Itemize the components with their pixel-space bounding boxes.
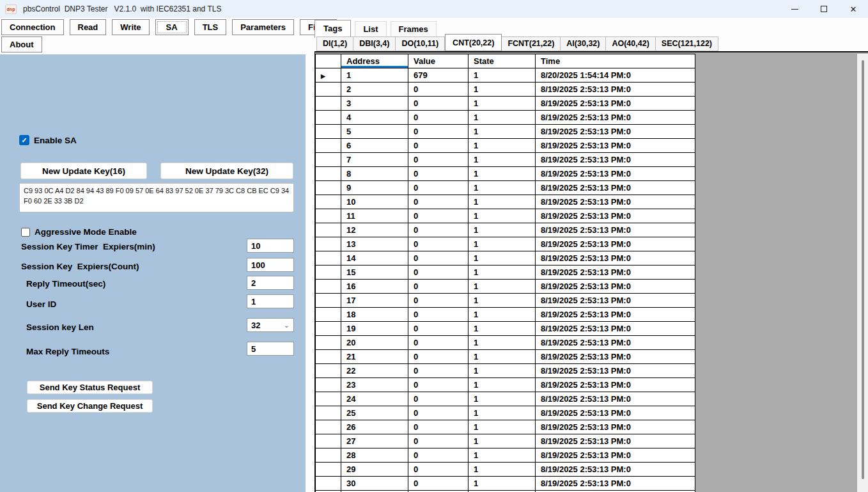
row-header-cell[interactable] <box>316 167 341 181</box>
cell-time[interactable]: 8/19/2025 2:53:13 PM:0 <box>536 477 695 491</box>
vertical-scrollbar[interactable] <box>857 54 868 492</box>
cell-value[interactable]: 0 <box>408 420 469 434</box>
cell-value[interactable]: 0 <box>408 477 469 491</box>
cell-time[interactable]: 8/19/2025 2:53:13 PM:0 <box>536 167 695 181</box>
column-header-value[interactable]: Value <box>408 54 469 68</box>
row-header-cell[interactable] <box>316 336 341 350</box>
cell-address[interactable]: 7 <box>341 153 408 167</box>
row-header-cell[interactable] <box>316 392 341 406</box>
row-header-cell[interactable] <box>316 237 341 251</box>
cell-state[interactable]: 1 <box>469 266 536 280</box>
cell-state[interactable]: 1 <box>469 68 536 83</box>
cell-address[interactable]: 1 <box>341 68 408 83</box>
cell-address[interactable]: 12 <box>341 223 408 237</box>
cell-address[interactable]: 18 <box>341 308 408 322</box>
send-key-status-request-button[interactable]: Send Key Status Request <box>27 381 153 394</box>
cell-time[interactable]: 8/19/2025 2:53:13 PM:0 <box>536 153 695 167</box>
maximize-button[interactable] <box>809 0 839 18</box>
tab-ai[interactable]: AI(30,32) <box>561 36 606 51</box>
cell-time[interactable]: 8/19/2025 2:53:13 PM:0 <box>536 195 695 209</box>
cell-time[interactable]: 8/19/2025 2:53:13 PM:0 <box>536 392 695 406</box>
row-header-cell[interactable] <box>316 420 341 434</box>
cell-state[interactable]: 1 <box>469 280 536 294</box>
cell-state[interactable]: 1 <box>469 364 536 378</box>
row-header-cell[interactable] <box>316 434 341 448</box>
cell-address[interactable]: 29 <box>341 463 408 477</box>
row-header-cell[interactable] <box>316 153 341 167</box>
cell-value[interactable]: 0 <box>408 181 469 195</box>
cell-address[interactable]: 23 <box>341 378 408 392</box>
cell-state[interactable]: 1 <box>469 434 536 448</box>
cell-state[interactable]: 1 <box>469 350 536 364</box>
cell-value[interactable]: 0 <box>408 434 469 448</box>
cell-value[interactable]: 0 <box>408 406 469 420</box>
cell-state[interactable]: 1 <box>469 251 536 266</box>
cell-time[interactable]: 8/19/2025 2:53:13 PM:0 <box>536 237 695 251</box>
cell-state[interactable]: 1 <box>469 111 536 125</box>
row-header-cell[interactable] <box>316 111 341 125</box>
cell-value[interactable]: 0 <box>408 336 469 350</box>
cell-time[interactable]: 8/19/2025 2:53:13 PM:0 <box>536 139 695 153</box>
cell-state[interactable]: 1 <box>469 83 536 97</box>
cell-value[interactable]: 0 <box>408 251 469 266</box>
cell-state[interactable]: 1 <box>469 125 536 139</box>
session-key-timer-input[interactable]: 10 <box>247 239 294 253</box>
session-key-len-select[interactable]: 32 ⌄ <box>247 318 294 332</box>
cell-value[interactable]: 0 <box>408 280 469 294</box>
cell-value[interactable]: 0 <box>408 463 469 477</box>
cell-time[interactable]: 8/19/2025 2:53:13 PM:0 <box>536 308 695 322</box>
cell-time[interactable]: 8/19/2025 2:53:13 PM:0 <box>536 83 695 97</box>
tab-fcnt[interactable]: FCNT(21,22) <box>502 36 561 51</box>
cell-address[interactable]: 5 <box>341 125 408 139</box>
cell-value[interactable]: 0 <box>408 139 469 153</box>
cell-value[interactable]: 0 <box>408 111 469 125</box>
cell-value[interactable]: 0 <box>408 209 469 223</box>
tab-tags[interactable]: Tags <box>314 20 351 38</box>
send-key-change-request-button[interactable]: Send Key Change Request <box>27 399 153 413</box>
cell-value[interactable]: 0 <box>408 294 469 308</box>
parameters-button[interactable]: Parameters <box>232 19 294 35</box>
cell-address[interactable]: 4 <box>341 111 408 125</box>
cell-address[interactable]: 21 <box>341 350 408 364</box>
new-update-key16-button[interactable]: New Update Key(16) <box>20 163 147 179</box>
cell-address[interactable]: 9 <box>341 181 408 195</box>
row-header-cell[interactable] <box>316 209 341 223</box>
cell-value[interactable]: 0 <box>408 322 469 336</box>
cell-state[interactable]: 1 <box>469 294 536 308</box>
cell-time[interactable]: 8/19/2025 2:53:13 PM:0 <box>536 350 695 364</box>
cell-address[interactable]: 2 <box>341 83 408 97</box>
cell-state[interactable]: 1 <box>469 308 536 322</box>
row-header-cell[interactable] <box>316 477 341 491</box>
cell-address[interactable]: 20 <box>341 336 408 350</box>
row-header-cell[interactable] <box>316 364 341 378</box>
row-header-cell[interactable] <box>316 266 341 280</box>
write-button[interactable]: Write <box>112 19 149 35</box>
cell-state[interactable]: 1 <box>469 463 536 477</box>
row-header-cell[interactable] <box>316 378 341 392</box>
cell-value[interactable]: 0 <box>408 153 469 167</box>
read-button[interactable]: Read <box>70 19 107 35</box>
cell-state[interactable]: 1 <box>469 448 536 463</box>
cell-time[interactable]: 8/19/2025 2:53:13 PM:0 <box>536 406 695 420</box>
cell-value[interactable]: 0 <box>408 83 469 97</box>
cell-address[interactable]: 3 <box>341 97 408 111</box>
update-key-textbox[interactable]: C9 93 0C A4 D2 84 94 43 89 F0 09 57 0E 6… <box>19 183 294 212</box>
cell-address[interactable]: 15 <box>341 266 408 280</box>
about-button[interactable]: About <box>1 36 42 52</box>
cell-time[interactable]: 8/19/2025 2:53:13 PM:0 <box>536 223 695 237</box>
cell-value[interactable]: 0 <box>408 350 469 364</box>
connection-button[interactable]: Connection <box>1 19 64 35</box>
cell-time[interactable]: 8/19/2025 2:53:13 PM:0 <box>536 280 695 294</box>
cell-address[interactable]: 25 <box>341 406 408 420</box>
cell-time[interactable]: 8/19/2025 2:53:13 PM:0 <box>536 322 695 336</box>
cell-state[interactable]: 1 <box>469 378 536 392</box>
cell-time[interactable]: 8/19/2025 2:53:13 PM:0 <box>536 420 695 434</box>
sa-button[interactable]: SA <box>155 19 189 35</box>
cell-value[interactable]: 0 <box>408 223 469 237</box>
cell-address[interactable]: 6 <box>341 139 408 153</box>
row-header-cell[interactable] <box>316 406 341 420</box>
row-header-cell[interactable] <box>316 322 341 336</box>
cell-state[interactable]: 1 <box>469 139 536 153</box>
column-header-time[interactable]: Time <box>536 54 695 68</box>
cell-address[interactable]: 16 <box>341 280 408 294</box>
